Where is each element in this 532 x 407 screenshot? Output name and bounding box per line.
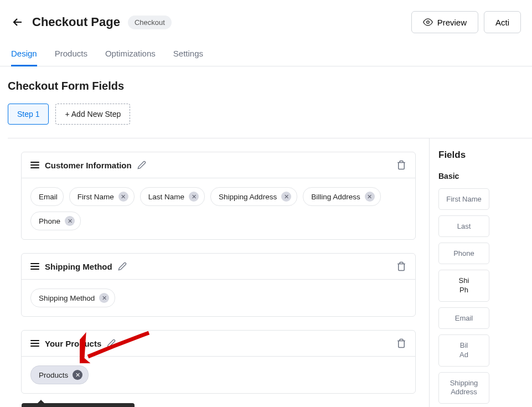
tab-products[interactable]: Products — [55, 49, 87, 66]
section-header: Your Products — [22, 331, 415, 357]
pencil-icon[interactable] — [107, 339, 116, 348]
trash-icon[interactable] — [396, 261, 406, 271]
field-option-first-name[interactable]: First Name — [438, 188, 489, 210]
field-option-shipping-phone[interactable]: Shi Ph — [438, 270, 489, 302]
group-basic-items: First Name Last Phone Shi Ph Email Bil A… — [438, 188, 532, 404]
remove-icon[interactable]: ✕ — [65, 216, 75, 226]
field-billing-address[interactable]: Billing Address✕ — [303, 187, 381, 206]
field-products[interactable]: Products✕ — [30, 365, 89, 384]
field-option-shipping-address[interactable]: Shipping Address — [438, 372, 489, 404]
remove-icon[interactable]: ✕ — [99, 293, 109, 303]
section-header: Shipping Method — [22, 254, 415, 280]
section-title: Customer Information — [45, 161, 132, 170]
preview-label: Preview — [437, 18, 467, 27]
remove-icon[interactable]: ✕ — [365, 192, 375, 202]
field-option-billing-address[interactable]: Bil Ad — [438, 334, 489, 367]
tabs: Design Products Optimizations Settings — [0, 49, 532, 66]
page-type-badge: Checkout — [128, 16, 172, 29]
section-body: Shipping Method✕ — [22, 280, 415, 316]
section-body: Email First Name✕ Last Name✕ Shipping Ad… — [22, 178, 415, 239]
field-shipping-address[interactable]: Shipping Address✕ — [210, 187, 297, 206]
drag-handle-icon[interactable] — [30, 263, 39, 270]
eye-icon — [423, 17, 433, 27]
field-email[interactable]: Email — [30, 187, 64, 206]
trash-icon[interactable] — [396, 160, 406, 170]
svg-point-0 — [426, 21, 429, 24]
tooltip: Click to edit. Drag to re-order. — [22, 403, 135, 407]
tab-optimizations[interactable]: Optimizations — [105, 49, 156, 66]
step-chip[interactable]: Step 1 — [8, 104, 49, 125]
page-header: Checkout Page Checkout Preview Acti — [0, 0, 532, 33]
back-arrow-icon[interactable] — [11, 16, 24, 29]
content-area: Checkout Form Fields Step 1 + Add New St… — [0, 66, 532, 407]
fields-sidebar: Fields Basic First Name Last Phone Shi P… — [429, 138, 532, 407]
add-step-button[interactable]: + Add New Step — [55, 104, 130, 125]
section-body: Products✕ Click to edit. Drag to re-orde… — [22, 357, 415, 393]
trash-icon[interactable] — [396, 338, 406, 348]
field-option-email[interactable]: Email — [438, 307, 489, 329]
group-basic-heading: Basic — [438, 172, 532, 181]
activate-label: Acti — [495, 18, 509, 27]
field-option-phone[interactable]: Phone — [438, 243, 489, 264]
remove-icon[interactable]: ✕ — [189, 192, 199, 202]
steps-row: Step 1 + Add New Step — [8, 104, 532, 125]
section-title: Your Products — [45, 339, 101, 348]
pencil-icon[interactable] — [137, 161, 146, 169]
remove-icon[interactable]: ✕ — [281, 192, 291, 202]
section-heading: Checkout Form Fields — [8, 80, 532, 92]
section-customer-information: Customer Information Email First Name✕ L… — [21, 152, 416, 240]
remove-icon[interactable]: ✕ — [118, 192, 128, 202]
field-shipping-method[interactable]: Shipping Method✕ — [30, 288, 115, 307]
section-your-products: Your Products Products✕ Click to edit. D… — [21, 330, 416, 394]
tab-settings[interactable]: Settings — [173, 49, 203, 66]
section-title: Shipping Method — [45, 262, 112, 271]
preview-button[interactable]: Preview — [411, 11, 478, 33]
page-title: Checkout Page — [32, 15, 120, 29]
tab-design[interactable]: Design — [11, 49, 37, 66]
field-phone[interactable]: Phone✕ — [30, 212, 81, 230]
field-first-name[interactable]: First Name✕ — [69, 187, 135, 206]
section-header: Customer Information — [22, 152, 415, 178]
main-grid: Customer Information Email First Name✕ L… — [8, 138, 532, 407]
header-actions: Preview Acti — [411, 11, 521, 33]
remove-icon[interactable]: ✕ — [73, 370, 82, 380]
field-last-name[interactable]: Last Name✕ — [140, 187, 205, 206]
drag-handle-icon[interactable] — [30, 162, 39, 168]
sidebar-heading: Fields — [438, 150, 532, 161]
field-option-last-name[interactable]: Last — [438, 215, 489, 237]
form-sections: Customer Information Email First Name✕ L… — [8, 138, 429, 407]
pencil-icon[interactable] — [118, 262, 127, 271]
drag-handle-icon[interactable] — [30, 340, 39, 347]
section-shipping-method: Shipping Method Shipping Method✕ — [21, 253, 416, 317]
activate-button[interactable]: Acti — [484, 11, 521, 33]
